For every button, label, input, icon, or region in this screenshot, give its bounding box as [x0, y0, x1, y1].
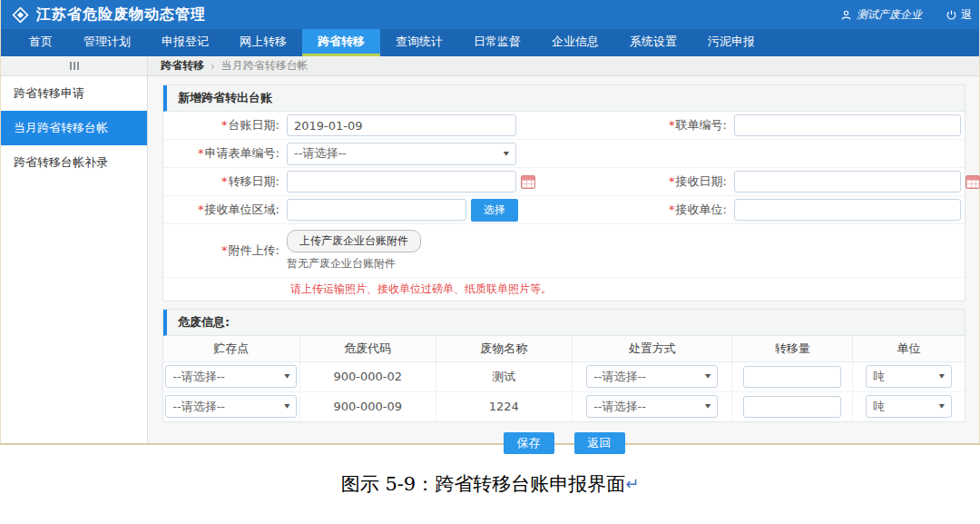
- nav-item-home[interactable]: 首页: [14, 29, 68, 56]
- disposal-select[interactable]: --请选择-- ▼: [586, 365, 718, 388]
- user-menu[interactable]: 测试产废企业: [840, 7, 922, 23]
- nav-item-declaration[interactable]: 申报登记: [146, 29, 224, 56]
- nav-item-company-info[interactable]: 企业信息: [536, 29, 614, 56]
- receive-date-input[interactable]: [734, 171, 961, 193]
- logout-button[interactable]: 退: [946, 7, 972, 23]
- unit-select[interactable]: 吨 ▼: [866, 365, 952, 388]
- receive-date-label: *接收日期:: [564, 173, 734, 190]
- breadcrumb-current: 当月跨省转移台帐: [221, 58, 309, 74]
- ledger-form-box: 新增跨省转出台账 *台账日期: *联单编号:: [162, 84, 965, 302]
- form-row: 请上传运输照片、接收单位过磅单、纸质联单照片等。: [163, 278, 965, 301]
- caret-down-icon: ▼: [939, 403, 945, 410]
- waste-table-header: 贮存点 危废代码 废物名称 处置方式 转移量 单位: [163, 336, 965, 361]
- ledger-date-input[interactable]: [287, 114, 516, 136]
- upload-hint-text: 请上传运输照片、接收单位过磅单、纸质联单照片等。: [163, 282, 552, 297]
- waste-row: --请选择-- ▼ 900-000-02 测试 --请选择--: [163, 361, 965, 391]
- receive-unit-label: *接收单位:: [564, 202, 734, 218]
- manifest-no-label: *联单编号:: [564, 117, 734, 133]
- waste-name-cell: 1224: [436, 391, 572, 421]
- form-row: *附件上传: 上传产废企业台账附件 暂无产废企业台账附件: [163, 224, 965, 278]
- form-row: *申请表单编号: --请选择-- ▼: [163, 140, 965, 168]
- waste-code-cell: 900-000-02: [299, 361, 436, 391]
- sidebar-item-transfer-apply[interactable]: 跨省转移申请: [1, 76, 147, 111]
- waste-info-box: 危废信息: 贮存点 危废代码 废物名称 处置方式 转移量 单位: [162, 309, 965, 422]
- app-title: 江苏省危险废物动态管理: [36, 5, 206, 25]
- nav-item-daily-supervision[interactable]: 日常监督: [458, 29, 536, 56]
- col-name: 废物名称: [436, 336, 572, 361]
- form-actions: 保存 返回: [162, 422, 965, 454]
- attachment-label: *附件上传:: [163, 242, 287, 259]
- ledger-date-label: *台账日期:: [163, 117, 287, 133]
- waste-name-cell: 测试: [436, 361, 572, 391]
- nav-item-sludge-declaration[interactable]: 污泥申报: [692, 29, 770, 56]
- waste-section-title: 危废信息:: [163, 310, 965, 336]
- form-row: *接收单位区域: 选择 *接收单位:: [163, 196, 965, 224]
- waste-row: --请选择-- ▼ 900-000-09 1224 --请选择--: [163, 391, 965, 421]
- caret-down-icon: ▼: [284, 403, 289, 410]
- storage-select[interactable]: --请选择-- ▼: [165, 365, 297, 388]
- form-row: *台账日期: *联单编号:: [163, 112, 965, 140]
- col-storage: 贮存点: [163, 336, 299, 361]
- caret-down-icon: ▼: [504, 150, 509, 156]
- return-mark-icon: ↵: [625, 474, 639, 493]
- disposal-select[interactable]: --请选择-- ▼: [586, 395, 718, 418]
- caret-down-icon: ▼: [284, 373, 289, 380]
- storage-select[interactable]: --请选择-- ▼: [165, 395, 297, 418]
- apply-form-no-label: *申请表单编号:: [163, 145, 287, 162]
- page: 江苏省危险废物动态管理 测试产废企业 退 首页 管理计划 申报登记: [0, 0, 980, 524]
- receive-area-input[interactable]: [287, 199, 466, 221]
- save-button[interactable]: 保存: [504, 432, 554, 454]
- logout-label: 退: [961, 7, 972, 23]
- waste-table: 贮存点 危废代码 废物名称 处置方式 转移量 单位: [163, 336, 965, 421]
- col-disposal: 处置方式: [572, 336, 732, 361]
- attachment-empty-note: 暂无产废企业台账附件: [287, 256, 421, 272]
- select-area-button[interactable]: 选择: [471, 199, 518, 222]
- form-row: *转移日期: *接收日期:: [163, 168, 965, 196]
- waste-code-cell: 900-000-09: [299, 391, 436, 421]
- nav-item-query-stats[interactable]: 查询统计: [380, 29, 458, 56]
- caption-area: 图示 5-9：跨省转移台账申报界面 ↵: [0, 445, 980, 522]
- transfer-date-input[interactable]: [287, 171, 516, 193]
- upload-attachment-button[interactable]: 上传产废企业台账附件: [287, 230, 421, 252]
- sidebar-collapse-button[interactable]: [1, 56, 147, 76]
- form-section-title: 新增跨省转出台账: [163, 85, 965, 112]
- user-name: 测试产废企业: [857, 7, 922, 23]
- col-unit: 单位: [852, 336, 965, 361]
- breadcrumb: 跨省转移 › 当月跨省转移台帐: [148, 56, 979, 76]
- sidebar-item-ledger-supplement[interactable]: 跨省转移台帐补录: [1, 145, 147, 180]
- app-header: 江苏省危险废物动态管理 测试产废企业 退: [1, 0, 979, 29]
- col-amount: 转移量: [732, 336, 852, 361]
- apply-form-no-select[interactable]: --请选择-- ▼: [287, 143, 516, 165]
- power-icon: [946, 9, 957, 21]
- transfer-date-label: *转移日期:: [163, 173, 287, 190]
- manifest-no-input[interactable]: [734, 114, 961, 136]
- nav-item-online-transfer[interactable]: 网上转移: [224, 29, 302, 56]
- nav-item-management-plan[interactable]: 管理计划: [68, 29, 146, 56]
- app-logo-icon: [12, 6, 29, 24]
- user-icon: [840, 9, 852, 21]
- breadcrumb-section[interactable]: 跨省转移: [161, 58, 204, 74]
- nav-item-interprovincial-transfer[interactable]: 跨省转移: [302, 29, 380, 56]
- figure-caption: 图示 5-9：跨省转移台账申报界面: [341, 471, 626, 497]
- unit-select[interactable]: 吨 ▼: [866, 395, 952, 418]
- main-nav: 首页 管理计划 申报登记 网上转移 跨省转移 查询统计 日常监督 企业信息 系统…: [1, 29, 979, 56]
- caret-down-icon: ▼: [939, 373, 945, 380]
- chevron-right-icon: ›: [211, 60, 215, 73]
- receive-unit-input[interactable]: [734, 199, 961, 221]
- collapse-icon: [70, 62, 79, 70]
- calendar-icon[interactable]: [521, 175, 535, 189]
- caret-down-icon: ▼: [705, 373, 710, 380]
- nav-item-system-settings[interactable]: 系统设置: [614, 29, 692, 56]
- caret-down-icon: ▼: [705, 403, 710, 410]
- calendar-icon[interactable]: [965, 175, 980, 189]
- amount-input[interactable]: [743, 396, 841, 418]
- back-button[interactable]: 返回: [574, 432, 625, 454]
- col-code: 危废代码: [299, 336, 436, 361]
- sidebar-item-monthly-ledger[interactable]: 当月跨省转移台帐: [1, 111, 147, 145]
- amount-input[interactable]: [743, 366, 841, 388]
- sidebar: 跨省转移申请 当月跨省转移台帐 跨省转移台帐补录: [1, 56, 148, 443]
- receive-area-label: *接收单位区域:: [163, 202, 287, 218]
